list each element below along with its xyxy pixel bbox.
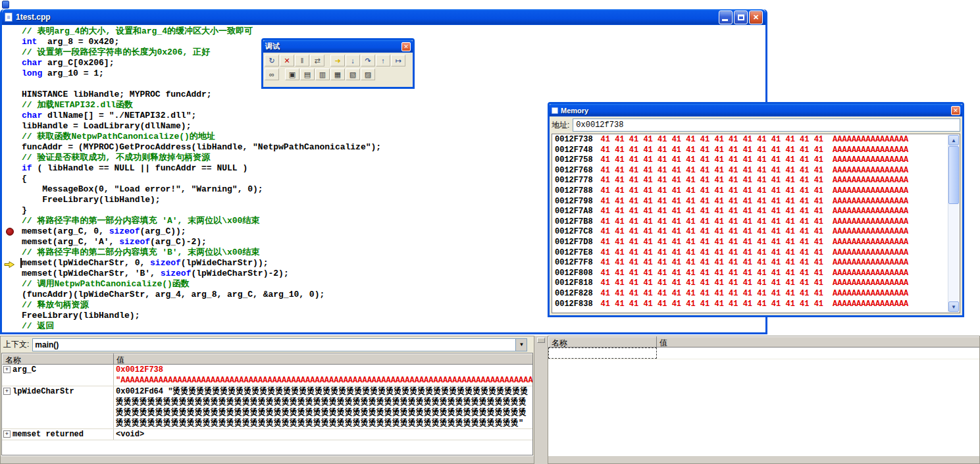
memory-row[interactable]: 0012F7E841 41 41 41 41 41 41 41 41 41 41… xyxy=(555,248,958,259)
show-next-statement-button[interactable]: ➜ xyxy=(330,55,345,66)
variable-value-cell[interactable]: 0x0012Fd64 "烫烫烫烫烫烫烫烫烫烫烫烫烫烫烫烫烫烫烫烫烫烫烫烫烫烫烫烫… xyxy=(114,386,532,428)
memory-address: 0012F778 xyxy=(555,176,593,185)
call-stack-window-button[interactable]: ▧ xyxy=(346,68,360,80)
maximize-button[interactable] xyxy=(734,11,748,24)
watch-column-header-name[interactable]: 名称 xyxy=(548,336,657,348)
memory-row[interactable]: 0012F7A841 41 41 41 41 41 41 41 41 41 41… xyxy=(555,207,958,217)
show-next-statement-icon: ➜ xyxy=(334,57,340,65)
variable-name-cell[interactable]: +memset returned xyxy=(2,429,114,440)
code-token: long xyxy=(22,68,42,78)
column-header-value[interactable]: 值 xyxy=(114,353,532,365)
step-out-icon: ↑ xyxy=(381,57,385,64)
watch-tab-strip[interactable] xyxy=(548,455,979,463)
expand-toggle[interactable]: + xyxy=(3,388,11,395)
memory-window-button[interactable]: ▦ xyxy=(330,68,345,80)
minimize-button[interactable] xyxy=(719,11,733,24)
debug-toolbar-window[interactable]: 调试 ↻✕‖⇄➜↓↷↑↦∞▣▤▥▦▧▨ xyxy=(261,38,415,89)
memory-row[interactable]: 0012F78841 41 41 41 41 41 41 41 41 41 41… xyxy=(555,186,958,197)
step-out-button[interactable]: ↑ xyxy=(376,55,390,66)
break-execution-icon: ‖ xyxy=(301,57,304,64)
code-token: libHandle = LoadLibrary(dllName); xyxy=(22,121,191,131)
memory-row[interactable]: 0012F77841 41 41 41 41 41 41 41 41 41 41… xyxy=(555,176,958,186)
memory-window[interactable]: Memory 地址: 0012F73841 41 41 41 41 41 41 … xyxy=(548,102,964,317)
debug-toolbar-buttons: ↻✕‖⇄➜↓↷↑↦∞▣▤▥▦▧▨ xyxy=(263,53,413,84)
scroll-up-button[interactable] xyxy=(948,135,959,145)
memory-titlebar[interactable]: Memory xyxy=(550,104,962,116)
variables-tab-strip[interactable] xyxy=(1,455,534,463)
variable-name-cell[interactable]: +lpWideCharStr xyxy=(2,386,114,428)
code-token: FreeLibrary(libHandle); xyxy=(22,311,140,321)
address-input[interactable] xyxy=(573,118,960,132)
context-combobox[interactable]: main() xyxy=(32,338,527,351)
break-execution-button[interactable]: ‖ xyxy=(295,55,309,66)
code-token: memset(arg_C, 0, xyxy=(22,226,109,236)
memory-row[interactable]: 0012F73841 41 41 41 41 41 41 41 41 41 41… xyxy=(555,135,958,145)
memory-row[interactable]: 0012F7C841 41 41 41 41 41 41 41 41 41 41… xyxy=(555,227,958,238)
memory-address-row: 地址: xyxy=(552,118,960,132)
column-header-name[interactable]: 名称 xyxy=(2,353,114,365)
code-token: dllName[] = "./NETAPI32.dll"; xyxy=(42,111,196,120)
memory-close-button[interactable] xyxy=(951,106,960,115)
memory-address: 0012F788 xyxy=(555,186,593,195)
watch-edit-cell[interactable] xyxy=(548,348,657,359)
breakpoint-marker[interactable] xyxy=(6,228,14,236)
memory-row[interactable]: 0012F82841 41 41 41 41 41 41 41 41 41 41… xyxy=(555,289,958,299)
apply-code-changes-button[interactable]: ⇄ xyxy=(310,55,324,66)
variable-value-cell[interactable]: 0x0012F738"AAAAAAAAAAAAAAAAAAAAAAAAAAAAA… xyxy=(114,365,532,386)
code-line[interactable]: HINSTANCE libHandle; MYPROC funcAddr; xyxy=(22,90,765,100)
expand-toggle[interactable]: + xyxy=(3,430,11,438)
debug-toolbar-close-button[interactable] xyxy=(401,42,411,51)
stop-debugging-button[interactable]: ✕ xyxy=(280,55,294,66)
restart-icon: ↻ xyxy=(269,57,274,65)
memory-bytes: 41 41 41 41 41 41 41 41 41 41 41 41 41 4… xyxy=(601,289,823,298)
restart-button[interactable]: ↻ xyxy=(265,55,279,66)
code-token: (arg_C)); xyxy=(140,226,186,236)
code-line[interactable]: // 返回 xyxy=(22,321,765,332)
code-line[interactable]: // 表明arg_4的大小, 设置和arg_4的缓冲区大小一致即可 xyxy=(22,26,765,37)
memory-row[interactable]: 0012F7F841 41 41 41 41 41 41 41 41 41 41… xyxy=(555,258,958,269)
document-icon xyxy=(5,13,13,22)
watch-column-header-value[interactable]: 值 xyxy=(657,336,979,348)
memory-title: Memory xyxy=(561,107,588,115)
step-into-icon: ↓ xyxy=(351,57,355,64)
variables-window-button[interactable]: ▤ xyxy=(300,68,315,80)
panel-splitter[interactable] xyxy=(534,336,548,464)
variable-name-cell[interactable]: +arg_C xyxy=(2,365,114,386)
minimize-icon xyxy=(722,19,728,21)
variable-value-cell[interactable]: <void> xyxy=(114,429,532,440)
run-to-cursor-button[interactable]: ↦ xyxy=(391,55,405,66)
memory-bytes: 41 41 41 41 41 41 41 41 41 41 41 41 41 4… xyxy=(601,227,823,236)
memory-row[interactable]: 0012F81841 41 41 41 41 41 41 41 41 41 41… xyxy=(555,278,958,289)
text-caret xyxy=(20,258,22,268)
close-button[interactable] xyxy=(749,11,763,24)
memory-rows: 0012F73841 41 41 41 41 41 41 41 41 41 41… xyxy=(555,135,958,309)
memory-row[interactable]: 0012F75841 41 41 41 41 41 41 41 41 41 41… xyxy=(555,155,958,166)
step-into-button[interactable]: ↓ xyxy=(346,55,360,66)
splitter-grip[interactable] xyxy=(537,338,545,343)
memory-row[interactable]: 0012F83841 41 41 41 41 41 41 41 41 41 41… xyxy=(555,299,958,310)
expand-toggle[interactable]: + xyxy=(3,366,11,373)
scroll-thumb[interactable] xyxy=(948,146,959,204)
context-dropdown-button[interactable] xyxy=(515,339,527,351)
variable-row: +lpWideCharStr0x0012Fd64 "烫烫烫烫烫烫烫烫烫烫烫烫烫烫… xyxy=(2,386,532,429)
background-window-icon xyxy=(2,1,9,9)
disassembly-window-button[interactable]: ▨ xyxy=(361,68,375,80)
memory-dump[interactable]: 0012F73841 41 41 41 41 41 41 41 41 41 41… xyxy=(552,134,960,313)
memory-row[interactable]: 0012F76841 41 41 41 41 41 41 41 41 41 41… xyxy=(555,166,958,176)
watch-window-button[interactable]: ▣ xyxy=(285,68,299,80)
scroll-down-button[interactable] xyxy=(948,301,959,312)
memory-row[interactable]: 0012F7B841 41 41 41 41 41 41 41 41 41 41… xyxy=(555,217,958,228)
memory-row[interactable]: 0012F7D841 41 41 41 41 41 41 41 41 41 41… xyxy=(555,238,958,248)
memory-row[interactable]: 0012F74841 41 41 41 41 41 41 41 41 41 41… xyxy=(555,145,958,156)
step-over-button[interactable]: ↷ xyxy=(361,55,375,66)
code-token: if xyxy=(22,163,32,173)
quickwatch-button[interactable]: ∞ xyxy=(265,68,279,80)
registers-window-button[interactable]: ▥ xyxy=(315,68,330,80)
main-titlebar[interactable]: 1test.cpp xyxy=(2,9,765,25)
memory-ascii: AAAAAAAAAAAAAAAA xyxy=(833,238,908,247)
memory-row[interactable]: 0012F79841 41 41 41 41 41 41 41 41 41 41… xyxy=(555,197,958,207)
toolbar-separator xyxy=(325,55,330,66)
memory-row[interactable]: 0012F80841 41 41 41 41 41 41 41 41 41 41… xyxy=(555,269,958,279)
memory-scrollbar[interactable] xyxy=(948,135,959,312)
debug-toolbar-titlebar[interactable]: 调试 xyxy=(263,40,413,53)
